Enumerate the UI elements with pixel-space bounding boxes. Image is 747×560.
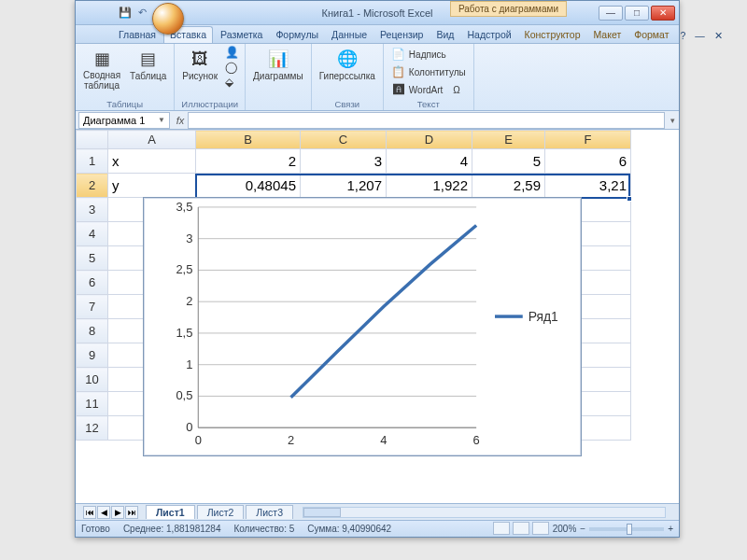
zoom-out-button[interactable]: − xyxy=(580,524,585,534)
wordart-button[interactable]: 🅰WordArtΩ xyxy=(389,81,468,98)
zoom-level[interactable]: 200% xyxy=(553,524,577,534)
select-all-corner[interactable] xyxy=(77,131,108,149)
row-header-9[interactable]: 9 xyxy=(77,343,108,368)
undo-icon[interactable]: ↶ xyxy=(135,7,148,20)
sheet-tab-bar: ⏮ ◀ ▶ ⏭ Лист1 Лист2 Лист3 xyxy=(76,503,679,520)
name-box-value: Диаграмма 1 xyxy=(83,115,145,126)
cell-D2[interactable]: 1,922 xyxy=(387,174,472,198)
ribbon-minimize-button[interactable]: — xyxy=(691,28,709,43)
pivot-table-button[interactable]: ▦ Сводная таблица xyxy=(81,46,122,92)
row-header-3[interactable]: 3 xyxy=(77,198,108,222)
cell-C1[interactable]: 3 xyxy=(301,149,387,174)
inner-close-button[interactable]: ✕ xyxy=(711,28,726,43)
embedded-chart[interactable]: 0 0,5 1 1,5 2 2,5 3 3,5 0 2 4 6 xyxy=(143,197,582,456)
sheet-nav-first-icon[interactable]: ⏮ xyxy=(83,506,96,519)
formula-expand-icon[interactable]: ▾ xyxy=(667,116,679,125)
office-button[interactable] xyxy=(152,3,184,35)
row-header-1[interactable]: 1 xyxy=(77,149,108,174)
cell-F2[interactable]: 3,21 xyxy=(545,174,631,198)
row-header-10[interactable]: 10 xyxy=(77,368,108,392)
sheet-nav: ⏮ ◀ ▶ ⏭ xyxy=(83,506,138,519)
col-header-B[interactable]: B xyxy=(196,131,301,149)
symbol-omega-icon[interactable]: Ω xyxy=(453,85,459,95)
maximize-button[interactable]: □ xyxy=(625,6,649,21)
tab-formulas[interactable]: Формулы xyxy=(270,27,324,43)
tab-data[interactable]: Данные xyxy=(326,27,373,43)
fill-handle[interactable] xyxy=(627,196,632,202)
view-normal-icon[interactable] xyxy=(493,522,510,535)
smartart-icon[interactable]: ⬙ xyxy=(225,76,239,89)
sheet-tab-2[interactable]: Лист2 xyxy=(197,505,245,519)
view-layout-icon[interactable] xyxy=(513,522,529,535)
tab-format[interactable]: Формат xyxy=(628,27,674,43)
view-pagebreak-icon[interactable] xyxy=(532,522,549,535)
row-header-7[interactable]: 7 xyxy=(77,295,108,319)
zoom-slider[interactable] xyxy=(589,527,664,531)
row-header-5[interactable]: 5 xyxy=(77,246,108,271)
charts-button[interactable]: 📊 Диаграммы xyxy=(251,46,305,83)
svg-text:1: 1 xyxy=(186,357,192,371)
zoom-slider-handle[interactable] xyxy=(627,524,632,535)
fx-icon[interactable]: fx xyxy=(173,115,188,126)
horizontal-scrollbar[interactable] xyxy=(303,507,666,518)
zoom-in-button[interactable]: + xyxy=(668,524,673,534)
row-header-2[interactable]: 2 xyxy=(77,174,108,198)
tab-home[interactable]: Главная xyxy=(113,27,162,43)
row-header-4[interactable]: 4 xyxy=(77,222,108,246)
save-icon[interactable]: 💾 xyxy=(119,7,132,20)
sheet-nav-last-icon[interactable]: ⏭ xyxy=(125,506,138,519)
col-header-F[interactable]: F xyxy=(545,131,631,149)
cell-B2[interactable]: 0,48045 xyxy=(196,174,301,198)
cell-A2[interactable]: y xyxy=(108,174,196,198)
row-header-6[interactable]: 6 xyxy=(77,271,108,295)
tab-review[interactable]: Рецензир xyxy=(374,27,429,43)
table-button[interactable]: ▤ Таблица xyxy=(128,46,168,83)
cell-A1[interactable]: x xyxy=(108,149,196,174)
row-header-8[interactable]: 8 xyxy=(77,319,108,343)
col-header-E[interactable]: E xyxy=(472,131,545,149)
excel-window: 💾 ↶ ↷ ▾ Книга1 - Microsoft Excel Работа … xyxy=(75,0,680,538)
tab-addins[interactable]: Надстрой xyxy=(461,27,516,43)
headerfooter-icon: 📋 xyxy=(391,65,406,78)
spreadsheet-grid[interactable]: A B C D E F 1 x 2 3 4 5 6 xyxy=(76,130,679,503)
cell-E1[interactable]: 5 xyxy=(472,149,545,174)
ribbon-group-tables: ▦ Сводная таблица ▤ Таблица Таблицы xyxy=(76,44,175,110)
hyperlink-icon: 🌐 xyxy=(334,48,360,70)
formula-bar: Диаграмма 1 ▼ fx ▾ xyxy=(76,111,679,130)
sheet-nav-next-icon[interactable]: ▶ xyxy=(111,506,124,519)
tab-design[interactable]: Конструктор xyxy=(519,27,586,43)
table-label: Таблица xyxy=(130,71,166,81)
help-icon[interactable]: ? xyxy=(677,28,690,43)
ribbon-group-text: 📄Надпись 📋Колонтитулы 🅰WordArtΩ Текст xyxy=(384,44,474,110)
name-box[interactable]: Диаграмма 1 ▼ xyxy=(78,112,170,129)
clipart-icon[interactable]: 👤 xyxy=(225,46,239,59)
tab-layout[interactable]: Разметка xyxy=(215,27,268,43)
hyperlink-button[interactable]: 🌐 Гиперссылка xyxy=(317,46,377,83)
tab-view[interactable]: Вид xyxy=(430,27,459,43)
sheet-nav-prev-icon[interactable]: ◀ xyxy=(97,506,110,519)
pivot-label: Сводная таблица xyxy=(83,71,120,91)
row-header-12[interactable]: 12 xyxy=(77,416,108,441)
close-button[interactable]: ✕ xyxy=(651,6,675,21)
hscroll-thumb[interactable] xyxy=(303,508,341,517)
minimize-button[interactable]: — xyxy=(599,6,623,21)
ribbon-group-links: 🌐 Гиперссылка Связи xyxy=(312,44,384,110)
tab-chartlayout[interactable]: Макет xyxy=(587,27,627,43)
cell-D1[interactable]: 4 xyxy=(387,149,472,174)
col-header-C[interactable]: C xyxy=(301,131,387,149)
cell-C2[interactable]: 1,207 xyxy=(301,174,387,198)
cell-B1[interactable]: 2 xyxy=(196,149,301,174)
sheet-tab-1[interactable]: Лист1 xyxy=(146,505,195,519)
sheet-tab-3[interactable]: Лист3 xyxy=(246,505,293,519)
row-header-11[interactable]: 11 xyxy=(77,392,108,416)
picture-button[interactable]: 🖼 Рисунок xyxy=(180,46,219,83)
cell-E2[interactable]: 2,59 xyxy=(472,174,545,198)
name-box-dropdown-icon[interactable]: ▼ xyxy=(158,116,165,124)
headerfooter-button[interactable]: 📋Колонтитулы xyxy=(389,63,468,80)
col-header-A[interactable]: A xyxy=(108,131,196,149)
formula-input[interactable] xyxy=(188,112,665,129)
shapes-icon[interactable]: ◯ xyxy=(225,61,239,74)
textbox-button[interactable]: 📄Надпись xyxy=(389,46,468,63)
col-header-D[interactable]: D xyxy=(387,131,472,149)
cell-F1[interactable]: 6 xyxy=(545,149,631,174)
